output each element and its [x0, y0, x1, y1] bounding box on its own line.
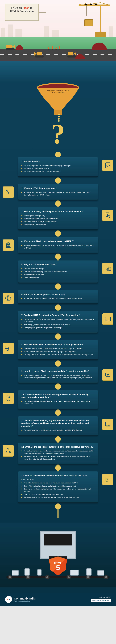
faq-bullets: The option would be to Rebuild courses u…	[22, 429, 94, 432]
devices-icon	[102, 263, 114, 274]
faq-bullets: All popular authoring tools such as Arti…	[22, 191, 94, 196]
svg-point-38	[9, 599, 10, 600]
svg-rect-1	[79, 4, 81, 6]
brand-logo	[5, 596, 12, 603]
faq-question: 2. What are HTML5 authoring tools?	[22, 187, 94, 190]
faq-bullet: Access to a qualified team with the expe…	[22, 450, 94, 455]
faq-card: 3. How do authoring tools help in Flash …	[18, 207, 98, 230]
title-card: FAQs on Flash to HTML5 Conversion	[5, 4, 39, 21]
faq-bullet: The output will be SCORM/AICC, Tin Can c…	[22, 354, 94, 356]
faq-bullet: Check if the module launches correctly, …	[22, 485, 94, 487]
faq-bullets: Converted courses will be available to l…	[22, 348, 94, 356]
svg-rect-21	[105, 266, 109, 269]
tombstone-icon: RIP2020	[2, 240, 14, 250]
faq-question: 10. If the Flash courses are built using…	[22, 393, 94, 399]
faq-card: 2. What are HTML5 authoring tools?All po…	[18, 184, 98, 200]
belt-roller	[66, 575, 71, 580]
svg-rect-35	[106, 477, 110, 482]
code-page-icon	[102, 160, 114, 171]
title-pre: FAQs on	[11, 6, 23, 9]
title-conv: Conversion	[19, 10, 34, 12]
faq-card: 1. What is HTML5?HTML is an open source …	[18, 157, 98, 176]
svg-rect-7	[6, 45, 12, 48]
timeline-node	[55, 254, 61, 260]
faq-card: 13. How do I check if the converted cour…	[18, 472, 98, 502]
device-icon	[38, 569, 42, 576]
touch-icon	[102, 210, 114, 221]
belt-roller	[8, 575, 12, 580]
faq-bullet: Converted courses will be available to l…	[22, 348, 94, 350]
faq-card: 11. What is the option if my organizatio…	[18, 416, 98, 435]
faq-card: 9. How do I convert Flash courses when I…	[18, 367, 98, 382]
timeline-node	[55, 304, 61, 310]
faq-bullets: If the course is self-running and has lo…	[22, 374, 94, 379]
timeline-node	[55, 231, 61, 236]
faq-question: 12. What are the benefits of outsourcing…	[22, 446, 94, 448]
gears-icon	[2, 186, 14, 198]
crane-crate	[84, 19, 93, 26]
svg-rect-12	[67, 56, 76, 58]
brand-tagline: Rapid eLearning Solutions	[14, 600, 35, 602]
svg-rect-11	[68, 52, 73, 56]
device-icon	[12, 570, 19, 576]
faq-bullet: Help create mobile-friendly e-learning c…	[22, 220, 94, 223]
cycle-icon	[2, 393, 14, 404]
traffic-cones	[48, 46, 61, 50]
faq-bullet: Supports responsive design	[22, 268, 94, 270]
timeline-node	[55, 178, 61, 183]
faq-card: 7. Can I use HTML5 coding for Flash to H…	[18, 311, 98, 332]
faq-bullet: Make responsive design easy	[22, 214, 94, 217]
belt-roller	[45, 575, 50, 580]
faq-card: 8. How will the Flash to HTML5 conversio…	[18, 340, 98, 360]
faq-bullet: Does not require extra plug-ins to view …	[22, 270, 94, 273]
belt-roller	[26, 575, 30, 580]
faq-bullet: It is the combination of HTML, CSS, and …	[22, 170, 94, 173]
faq-bullets: A list of functionalities you can test o…	[22, 482, 94, 499]
faq-bullet: The option would be to Rebuild courses u…	[22, 429, 94, 432]
belt-roller	[104, 575, 108, 580]
hero-scene: FAQs on Flash to HTML5 Conversion	[0, 0, 116, 82]
timeline-node	[55, 152, 61, 158]
faq-question: 5. Why is HTML5 better than Flash?	[22, 263, 94, 266]
faq-bullet: Ensure the audio script and onscreen tex…	[22, 496, 94, 499]
svg-point-37	[8, 599, 8, 600]
device-icon	[86, 568, 92, 576]
svg-rect-8	[6, 48, 15, 50]
svg-point-19	[9, 193, 10, 193]
browser-icon: http://	[102, 313, 114, 324]
faq-question: 13. How do I check if the converted cour…	[22, 474, 94, 477]
crane-icon	[76, 1, 112, 40]
conveyor-belt	[6, 576, 110, 578]
faq-bullets: While you can use HTML5 coding to conver…	[22, 318, 94, 329]
faq-bullet: Flash will become defunct by the end of …	[22, 244, 94, 250]
factory-machine	[40, 531, 76, 559]
timeline-node	[55, 384, 61, 390]
faq-bullets: HTML is an open source software used for…	[22, 164, 94, 173]
svg-rect-10	[35, 56, 44, 58]
bulldozer-icon	[66, 51, 77, 58]
faq-bullets: Flash will become defunct by the end of …	[22, 244, 94, 250]
network-icon	[2, 445, 14, 456]
svg-point-30	[107, 374, 109, 376]
underground	[0, 60, 116, 82]
record-icon	[102, 369, 114, 380]
icon-text: RIP2020	[2, 243, 14, 246]
faq-card: 12. What are the benefits of outsourcing…	[18, 443, 98, 464]
faq-bullets: The conversion strategy would be to Repu…	[22, 400, 94, 405]
faq-card: 4. Why should Flash courses be converted…	[18, 237, 98, 252]
faq-bullets: Access to a qualified team with the expe…	[22, 450, 94, 460]
faq-question: 11. What is the option if my organizatio…	[22, 419, 94, 428]
faq-bullet: Is supported by iOS devices	[22, 274, 94, 276]
svg-rect-6	[96, 32, 106, 38]
faq-bullet: HTML5 is the latest version of HTML.	[22, 168, 94, 170]
question-mark-icon: ?	[51, 121, 65, 147]
faq-bullet: Make it easy to update content	[22, 224, 94, 226]
faq-question: 4. Why should Flash courses be converted…	[22, 240, 94, 243]
faq-card: 6. Will HTML5 also be phased out like Fl…	[18, 290, 98, 303]
faq-card: 5. Why is HTML5 better than Flash?Suppor…	[18, 260, 98, 282]
timeline-node	[55, 361, 61, 366]
html5-shield-icon: HTML 5	[49, 556, 67, 576]
shield-number: 5	[56, 565, 60, 570]
faq-bullets: Since HTML5 is not a proprietary softwar…	[22, 297, 94, 300]
footer-link[interactable]: www.commlabindia.com	[90, 599, 111, 602]
